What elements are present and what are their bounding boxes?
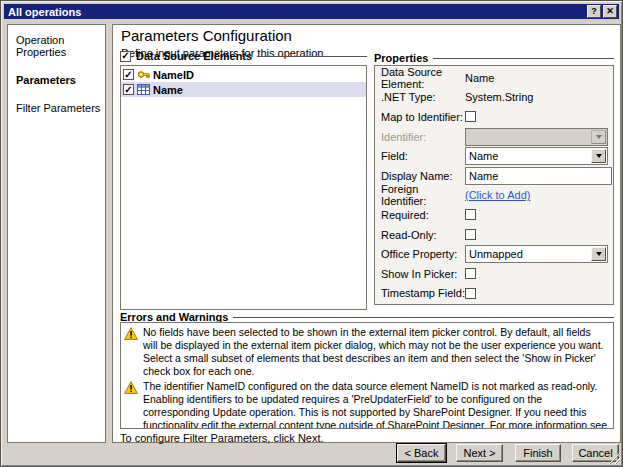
window-title: All operations [8,6,81,18]
back-button[interactable]: < Back [397,444,446,462]
properties-panel: Data Source Element: Name .NET Type: Sys… [374,65,614,305]
prop-label: Field: [381,150,465,162]
wizard-steps-sidebar: Operation Properties Parameters Filter P… [7,24,106,443]
warning-icon [124,327,138,378]
table-icon [137,84,150,95]
prop-row-data-source-element: Data Source Element: Name [375,68,613,88]
help-icon[interactable]: ? [587,5,601,18]
warning-item: No fields have been selected to be shown… [124,326,607,378]
prop-row-show-in-picker: Show In Picker: [375,264,613,284]
header-rule [433,58,614,59]
prop-label: Display Name: [381,170,465,182]
content-panel: Parameters Configuration Define input pa… [112,24,621,443]
prop-label: .NET Type: [381,91,465,103]
display-name-input[interactable] [465,167,612,185]
nameid-checkbox[interactable] [123,69,134,80]
close-icon[interactable]: ✕ [603,5,617,18]
prop-row-identifier: Identifier: [375,127,613,147]
click-to-add-link[interactable]: (Click to Add) [465,189,530,201]
list-item-label: NameID [153,69,194,81]
warning-text: No fields have been selected to be shown… [143,326,607,378]
prop-label: Data Source Element: [381,66,465,90]
warning-item: The identifier NameID configured on the … [124,380,607,429]
prop-label: Required: [381,209,465,221]
office-property-dropdown[interactable]: Unmapped [465,245,608,263]
page-title: Parameters Configuration [121,27,292,44]
timestamp-field-checkbox[interactable] [465,288,476,299]
footer-note: To configure Filter Parameters, click Ne… [120,432,324,444]
data-source-elements-list: NameID Name [120,65,367,310]
prop-row-foreign-identifier: Foreign Identifier: (Click to Add) [375,186,613,206]
prop-label: Office Property: [381,248,465,260]
prop-label: Foreign Identifier: [381,183,465,207]
dropdown-value: Name [469,150,498,162]
list-item-label: Name [153,84,183,96]
prop-row-net-type: .NET Type: System.String [375,88,613,108]
chevron-down-icon [591,130,606,144]
prop-label: Show In Picker: [381,268,465,280]
prop-value: System.String [465,91,608,103]
finish-button[interactable]: Finish [515,444,561,462]
list-item-nameid[interactable]: NameID [121,67,366,82]
prop-row-field: Field: Name [375,146,613,166]
all-operations-dialog: All operations ? ✕ Operation Properties … [0,0,623,467]
prop-row-map-to-identifier: Map to Identifier: [375,107,613,127]
identifier-dropdown [465,128,608,146]
prop-value: Name [465,72,608,84]
prop-label: Map to Identifier: [381,111,465,123]
prop-label: Identifier: [381,131,465,143]
data-source-elements-checkbox[interactable] [120,51,131,62]
name-checkbox[interactable] [123,84,134,95]
header-rule [257,56,367,57]
dropdown-value: Unmapped [469,248,523,260]
prop-row-read-only: Read-Only: [375,225,613,245]
prop-row-office-property: Office Property: Unmapped [375,244,613,264]
key-icon [137,68,150,81]
prop-label: Timestamp Field: [381,287,465,299]
sidebar-item-operation-properties[interactable]: Operation Properties [16,34,101,58]
properties-label: Properties [374,52,428,64]
prop-label: Read-Only: [381,229,465,241]
chevron-down-icon[interactable] [591,247,606,261]
show-in-picker-checkbox[interactable] [465,268,476,279]
next-button[interactable]: Next > [456,444,503,462]
prop-row-required: Required: [375,205,613,225]
sidebar-item-filter-parameters[interactable]: Filter Parameters [16,102,101,114]
title-bar[interactable]: All operations ? ✕ [4,4,619,19]
map-to-identifier-checkbox[interactable] [465,111,476,122]
read-only-checkbox[interactable] [465,229,476,240]
list-item-name[interactable]: Name [121,82,366,97]
data-source-elements-label: Data Source Elements [136,50,252,62]
required-checkbox[interactable] [465,209,476,220]
data-source-elements-header: Data Source Elements [120,50,367,62]
prop-row-timestamp-field: Timestamp Field: [375,284,613,304]
chevron-down-icon[interactable] [591,149,606,163]
properties-header: Properties [374,52,614,64]
warning-icon [124,381,138,429]
header-rule [233,317,614,318]
warning-text: The identifier NameID configured on the … [143,380,607,429]
errors-and-warnings-box: No fields have been selected to be shown… [120,322,614,429]
field-dropdown[interactable]: Name [465,147,608,165]
sidebar-item-parameters[interactable]: Parameters [16,74,101,86]
